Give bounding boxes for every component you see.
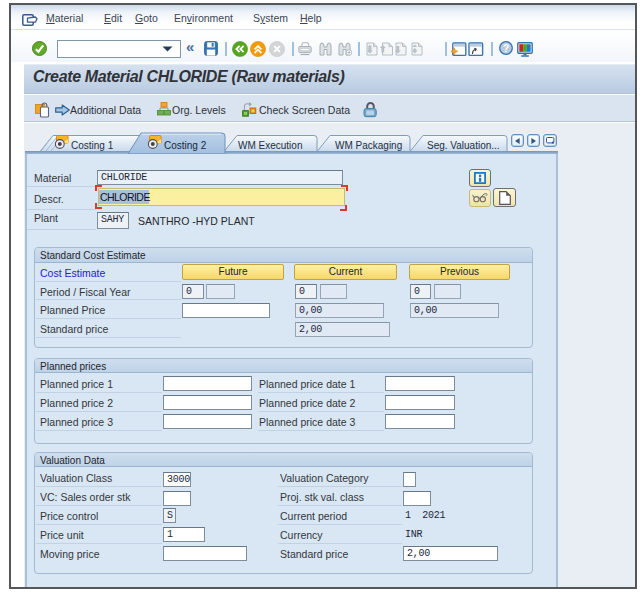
svg-text:WM Packaging: WM Packaging xyxy=(335,140,402,151)
svg-text:WM Execution: WM Execution xyxy=(238,140,302,151)
svg-text:?: ? xyxy=(503,43,509,54)
svg-text:Costing 2: Costing 2 xyxy=(164,140,207,151)
svg-text:Costing 1: Costing 1 xyxy=(71,140,114,151)
svg-text:Seg. Valuation...: Seg. Valuation... xyxy=(427,140,500,151)
